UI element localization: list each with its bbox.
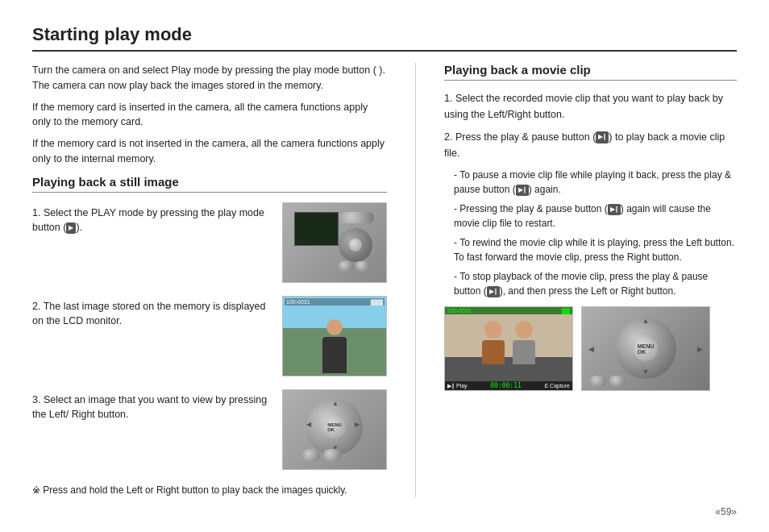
nav-bottom-btns — [590, 376, 626, 386]
movie-nav-image: MENUOK ▲ ▼ ◀ ▶ — [581, 306, 710, 391]
nav-panel-img-inner: MENUOK ▲ ▼ ◀ ▶ — [582, 307, 709, 390]
big-nav-center: MENUOK — [323, 416, 346, 438]
play-pause-icon-2: ▶∥ — [516, 185, 529, 196]
nav-panel: MENUOK ▲ ▼ ◀ ▶ — [294, 395, 375, 463]
movie-sub-2: Pressing the play & pause button (▶∥) ag… — [454, 202, 737, 231]
camera-back-inner — [290, 208, 379, 276]
photo-counter: 100-0031 — [286, 299, 310, 305]
small-btn-2 — [355, 261, 370, 271]
page-title: Starting play mode — [32, 24, 737, 52]
movie-step-1-number: 1. — [444, 93, 455, 104]
note-text: ※ Press and hold the Left or Right butto… — [32, 483, 387, 497]
step-1-content: Select the PLAY mode by pressing the pla… — [32, 207, 264, 234]
step-3-text: 3. Select an image that you want to view… — [32, 389, 271, 423]
movie-images-row: 100-0031 ▓▓ — [444, 306, 737, 391]
step-2-content: The last image stored on the memory is d… — [32, 301, 266, 327]
nav-right-icon: ▶ — [697, 345, 703, 353]
step-3-row: 3. Select an image that you want to view… — [32, 389, 387, 470]
movie-preview-bg: 100-0031 ▓▓ — [445, 307, 572, 390]
step-3-number: 3. — [32, 394, 44, 405]
nav-panel-center: MENUOK — [634, 337, 658, 361]
step-1-image — [282, 202, 387, 283]
movie-step-2-number: 2. — [444, 131, 455, 143]
movie-steps: 1. Select the recorded movie clip that y… — [444, 90, 737, 298]
left-column: Turn the camera on and select Play mode … — [32, 63, 387, 497]
movie-preview-image: 100-0031 ▓▓ — [444, 306, 573, 391]
person-head — [326, 319, 343, 335]
main-content: Turn the camera on and select Play mode … — [32, 63, 737, 497]
play-pause-icon-4: ▶∥ — [487, 286, 500, 297]
step-2-number: 2. — [32, 301, 44, 312]
movie-person-area — [445, 311, 572, 374]
arrow-right-icon: ▶ — [355, 421, 360, 428]
vertical-divider — [415, 63, 416, 497]
play-mode-icon: ▶ — [66, 222, 76, 234]
movie-step-1: 1. Select the recorded movie clip that y… — [444, 90, 737, 123]
intro-p2: If the memory card is inserted in the ca… — [32, 100, 387, 131]
movie-sub-4: To stop playback of the movie clip, pres… — [454, 269, 737, 298]
nav-center-step1 — [349, 239, 362, 251]
nav-down-icon: ▼ — [642, 368, 650, 376]
nav-btn-1 — [590, 376, 606, 386]
step-2-row: 2. The last image stored on the memory i… — [32, 296, 387, 376]
nav-buttons-area — [339, 212, 377, 272]
small-btn-1 — [339, 261, 353, 271]
arrow-left-icon: ◀ — [306, 421, 311, 428]
movie-step-2: 2. Press the play & pause button (▶∥) to… — [444, 129, 737, 161]
movie-step-1-text: Select the recorded movie clip that you … — [444, 93, 723, 120]
step-3-image: MENUOK ▲ ▼ ◀ ▶ — [282, 389, 387, 470]
movie-sub-3-text: To rewind the movie clip while it is pla… — [454, 237, 734, 263]
small-btn-a — [302, 449, 320, 462]
photo-overlay-top: 100-0031 ▓▓▓ — [285, 298, 384, 305]
nav-panel-img: MENUOK ▲ ▼ ◀ ▶ — [582, 307, 709, 390]
mp-body-2 — [513, 340, 535, 364]
nav-left-icon: ◀ — [588, 345, 594, 353]
movie-sub-3: To rewind the movie clip while it is pla… — [454, 235, 737, 264]
page-number: «59» — [715, 506, 737, 517]
mp-body-1 — [482, 340, 505, 364]
small-btn-row — [302, 449, 341, 462]
mp-head-2 — [515, 321, 533, 339]
play-pause-icon-3: ▶∥ — [608, 204, 621, 215]
still-section-title: Playing back a still image — [32, 175, 387, 193]
arrow-up-icon: ▲ — [332, 400, 339, 407]
movie-section-title: Playing back a movie clip — [444, 63, 737, 81]
lcd-area — [294, 212, 339, 246]
movie-person-2 — [513, 321, 535, 364]
movie-step-2-text: Press the play & pause button (▶∥) to pl… — [444, 131, 725, 159]
step-1-row: 1. Select the PLAY mode by pressing the … — [32, 202, 387, 283]
timer-text: 00:00:11 — [490, 382, 522, 389]
nav-circle-step1 — [339, 228, 372, 262]
movie-sub-1: To pause a movie clip file while playing… — [454, 168, 737, 197]
capture-label: E Capture — [544, 383, 570, 389]
photo-lcd-inner: 100-0031 ▓▓▓ — [283, 297, 386, 376]
photo-battery: ▓▓▓ — [371, 299, 383, 305]
photo-bg: 100-0031 ▓▓▓ — [283, 297, 386, 376]
bottom-btns — [339, 261, 370, 271]
step-1-number: 1. — [32, 207, 44, 218]
small-btn-b — [323, 449, 341, 462]
page-container: Starting play mode Turn the camera on an… — [0, 0, 769, 532]
play-pause-icon-1: ▶∥ — [596, 131, 609, 143]
photo-person — [310, 319, 359, 376]
nav-btn-2 — [609, 376, 626, 386]
step-2-image: 100-0031 ▓▓▓ — [282, 296, 387, 376]
intro-text: Turn the camera on and select Play mode … — [32, 63, 387, 167]
top-btn — [339, 212, 374, 223]
person-body — [322, 337, 347, 373]
play-label: ▶∥ Play — [447, 383, 468, 389]
step-2-text: 2. The last image stored on the memory i… — [32, 296, 271, 330]
step-1-text: 1. Select the PLAY mode by pressing the … — [32, 202, 271, 236]
nav-up-icon: ▲ — [642, 317, 650, 325]
movie-person-1 — [482, 321, 505, 364]
intro-p1: Turn the camera on and select Play mode … — [32, 63, 387, 94]
step-3-content: Select an image that you want to view by… — [32, 394, 267, 421]
right-column: Playing back a movie clip 1. Select the … — [444, 63, 737, 497]
mp-head-1 — [484, 321, 502, 339]
movie-overlay-bottom: ▶∥ Play 00:00:11 E Capture — [445, 381, 572, 390]
intro-p3: If the memory card is not inserted in th… — [32, 136, 387, 167]
